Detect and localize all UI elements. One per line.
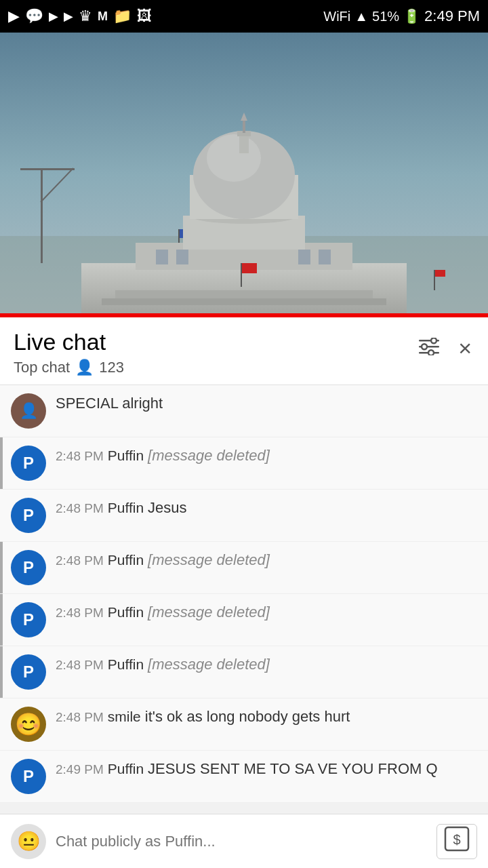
top-chat-label: Top chat [14,359,70,376]
svg-rect-4 [41,168,43,170]
msg-content: 2:48 PMPuffin[message deleted] [56,550,477,571]
capitol-svg [0,33,488,317]
video-player[interactable] [0,33,488,317]
chat-messages-area: 👤SPECIAL alrightP2:48 PMPuffin[message d… [0,385,488,803]
livechat-header: Live chat Top chat 👤 123 × [0,317,488,385]
avatar: P [11,498,46,533]
msg-content: 2:48 PMsmileit's ok as long nobody gets … [56,707,477,728]
chat-message-0: 👤SPECIAL alright [0,385,488,437]
close-icon: × [458,335,472,361]
msg-text: [message deleted] [148,550,270,571]
svg-rect-24 [156,250,168,264]
avatar: P [11,602,46,637]
avatar: 😊 [11,707,46,742]
msg-time: 2:48 PM [56,710,104,725]
msg-text: SPECIAL alright [56,393,477,414]
msg-time: 2:49 PM [56,762,104,777]
msg-meta-inline: 2:48 PMsmileit's ok as long nobody gets … [56,707,477,728]
svg-point-35 [428,350,434,355]
people-icon: 👤 [75,359,94,376]
viewer-count: 123 [99,359,124,376]
avatar: P [11,759,46,794]
close-button[interactable]: × [455,332,474,364]
emoji-icon: 😐 [17,830,41,852]
msg-text: JESUS SENT ME TO SA VE YOU FROM Q [148,759,437,780]
svg-rect-29 [242,263,257,273]
chat-message-4: P2:48 PMPuffin[message deleted] [0,594,488,646]
avatar: 👤 [11,393,46,429]
svg-rect-13 [102,298,386,305]
msg-text: [message deleted] [148,602,270,623]
msg-meta-inline: 2:48 PMPuffin[message deleted] [56,446,477,467]
msg-author: Puffin [108,552,144,568]
deleted-indicator [0,594,3,646]
msg-content: 2:48 PMPuffin[message deleted] [56,602,477,623]
msg-meta-inline: 2:48 PMPuffin[message deleted] [56,602,477,623]
m-icon: M [98,9,108,24]
msg-time: 2:48 PM [56,606,104,620]
msg-author: Puffin [108,761,144,777]
msg-text: [message deleted] [148,446,270,467]
livechat-subtitle-row: Top chat 👤 123 [14,359,124,376]
status-icons-left: ▶ 💬 ▶ ▶ ♛ M 📁 🖼 [8,7,152,25]
deleted-indicator [0,646,3,698]
msg-author: Puffin [108,500,144,516]
signal-icon: ▲ [354,9,368,24]
msg-content: SPECIAL alright [56,393,477,414]
msg-content: 2:48 PMPuffin[message deleted] [56,654,477,675]
svg-rect-27 [319,250,331,264]
chat-message-2: P2:48 PMPuffinJesus [0,490,488,542]
msg-author: Puffin [108,604,144,620]
svg-rect-9 [435,270,445,277]
svg-point-33 [422,344,427,349]
livechat-title: Live chat [14,328,124,356]
superchat-icon: $ [444,826,470,856]
chat-message-1: P2:48 PMPuffin[message deleted] [0,437,488,490]
clock: 2:49 PM [424,7,480,25]
msg-time: 2:48 PM [56,658,104,673]
wifi-icon: WiFi [323,9,350,24]
youtube2-icon: ▶ [64,9,73,24]
video-progress-bar[interactable] [0,313,488,317]
status-bar: ▶ 💬 ▶ ▶ ♛ M 📁 🖼 WiFi ▲ 51% 🔋 2:49 PM [0,0,488,33]
msg-content: 2:48 PMPuffinJesus [56,498,477,519]
svg-rect-26 [298,250,310,264]
chat-input-bar: 😐 $ [0,814,488,868]
sliders-icon [419,338,439,355]
deleted-indicator [0,437,3,489]
status-icons-right: WiFi ▲ 51% 🔋 2:49 PM [323,7,480,25]
msg-text: [message deleted] [148,654,270,675]
emoji-button[interactable]: 😐 [11,824,46,859]
msg-meta-inline: 2:48 PMPuffin[message deleted] [56,654,477,675]
msg-text: it's ok as long nobody gets hurt [145,707,350,728]
msg-author: smile [108,709,141,725]
msg-time: 2:48 PM [56,553,104,568]
crown-icon: ♛ [79,7,92,25]
msg-author: Puffin [108,656,144,673]
msg-time: 2:48 PM [56,449,104,464]
avatar: P [11,446,46,481]
msg-meta-inline: 2:48 PMPuffinJesus [56,498,477,519]
chat-message-5: P2:48 PMPuffin[message deleted] [0,646,488,698]
chat-message-3: P2:48 PMPuffin[message deleted] [0,542,488,594]
msg-content: 2:49 PMPuffinJESUS SENT ME TO SA VE YOU … [56,759,477,780]
youtube-icon: ▶ [49,9,58,24]
superchat-button[interactable]: $ [436,824,477,859]
svg-point-31 [431,338,436,343]
chat-message-6: 😊2:48 PMsmileit's ok as long nobody gets… [0,698,488,751]
deleted-indicator [0,542,3,593]
msg-author: Puffin [108,448,144,464]
livechat-controls: × [416,328,474,364]
filter-button[interactable] [416,334,442,363]
image-icon: 🖼 [137,7,152,25]
msg-text: Jesus [148,498,186,519]
folder-icon: 📁 [113,7,131,25]
svg-text:$: $ [453,832,460,847]
svg-point-19 [207,134,261,182]
svg-rect-3 [20,168,75,170]
msg-meta-inline: 2:48 PMPuffin[message deleted] [56,550,477,571]
msg-time: 2:48 PM [56,501,104,516]
svg-rect-8 [434,270,435,290]
chat-input-field[interactable] [56,824,427,859]
svg-rect-12 [115,290,373,298]
